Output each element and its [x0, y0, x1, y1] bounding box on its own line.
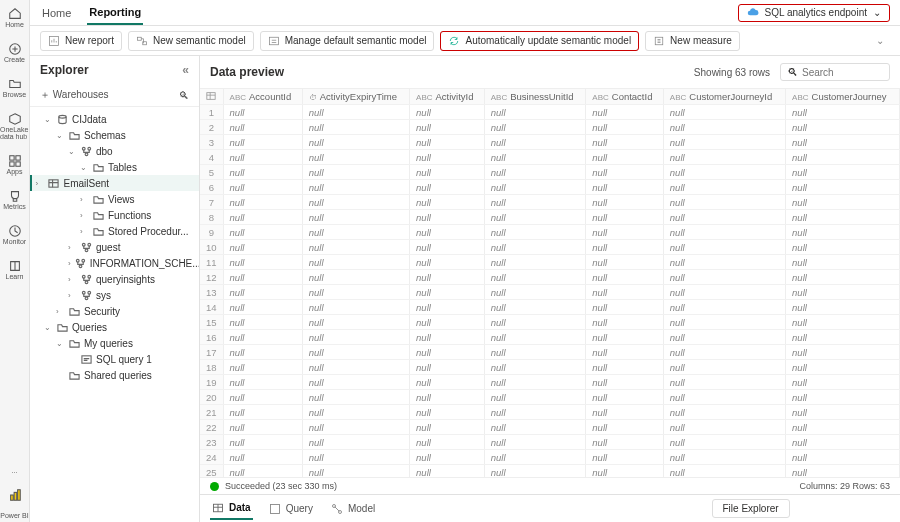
table-row[interactable]: 4nullnullnullnullnullnullnull: [200, 150, 900, 165]
tree-node-queryinsights[interactable]: ›queryinsights: [30, 271, 199, 287]
tree-node-cijdata[interactable]: ⌄CIJdata: [30, 111, 199, 127]
tree-node-emailsent[interactable]: ›EmailSent: [30, 175, 199, 191]
rownum-header[interactable]: [200, 89, 223, 105]
tree-node-functions[interactable]: ›Functions: [30, 207, 199, 223]
new-report-button[interactable]: New report: [40, 31, 122, 51]
table-row[interactable]: 2nullnullnullnullnullnullnull: [200, 120, 900, 135]
svg-rect-6: [10, 495, 13, 500]
table-row[interactable]: 19nullnullnullnullnullnullnull: [200, 375, 900, 390]
rail-more[interactable]: ...: [0, 464, 29, 477]
table-row[interactable]: 5nullnullnullnullnullnullnull: [200, 165, 900, 180]
table-row[interactable]: 15nullnullnullnullnullnullnull: [200, 315, 900, 330]
tree-node-views[interactable]: ›Views: [30, 191, 199, 207]
table-row[interactable]: 10nullnullnullnullnullnullnull: [200, 240, 900, 255]
cell: null: [223, 135, 302, 150]
auto-update-semantic-button[interactable]: Automatically update semantic model: [440, 31, 639, 51]
table-row[interactable]: 7nullnullnullnullnullnullnull: [200, 195, 900, 210]
tree-node-sql-query-1[interactable]: SQL query 1: [30, 351, 199, 367]
view-tab-query[interactable]: Query: [267, 499, 315, 519]
cell: null: [302, 420, 409, 435]
cell: null: [586, 210, 664, 225]
table-row[interactable]: 1nullnullnullnullnullnullnull: [200, 105, 900, 120]
top-tabbar: Home Reporting SQL analytics endpoint ⌄: [30, 0, 900, 26]
cell: null: [786, 210, 900, 225]
cell: null: [302, 435, 409, 450]
col-ContactId[interactable]: ABCContactId: [586, 89, 664, 105]
rail-onelake-data-hub[interactable]: OneLake data hub: [0, 109, 29, 143]
table-row[interactable]: 11nullnullnullnullnullnullnull: [200, 255, 900, 270]
caret-icon: ⌄: [44, 323, 52, 332]
tab-reporting[interactable]: Reporting: [87, 1, 143, 25]
table-row[interactable]: 12nullnullnullnullnullnullnull: [200, 270, 900, 285]
manage-default-semantic-button[interactable]: Manage default semantic model: [260, 31, 435, 51]
table-row[interactable]: 21nullnullnullnullnullnullnull: [200, 405, 900, 420]
rail-learn[interactable]: Learn: [0, 256, 29, 283]
col-BusinessUnitId[interactable]: ABCBusinessUnitId: [484, 89, 586, 105]
search-icon[interactable]: 🔍︎: [179, 90, 189, 101]
tree-label: Functions: [108, 210, 151, 221]
rail-monitor[interactable]: Monitor: [0, 221, 29, 248]
collapse-explorer-icon[interactable]: «: [182, 63, 189, 77]
preview-search[interactable]: 🔍︎: [780, 63, 890, 81]
tree-node-tables[interactable]: ⌄Tables: [30, 159, 199, 175]
caret-icon: ›: [56, 307, 64, 316]
tree-node-sys[interactable]: ›sys: [30, 287, 199, 303]
rail-browse[interactable]: Browse: [0, 74, 29, 101]
new-measure-button[interactable]: New measure: [645, 31, 740, 51]
warehouses-row[interactable]: ＋ Warehouses 🔍︎: [30, 84, 199, 107]
cell: null: [302, 315, 409, 330]
rail-create[interactable]: Create: [0, 39, 29, 66]
view-tab-model[interactable]: Model: [329, 499, 377, 519]
table-row[interactable]: 18nullnullnullnullnullnullnull: [200, 360, 900, 375]
powerbi-brand[interactable]: Power BI: [0, 485, 29, 522]
col-CustomerJourney[interactable]: ABCCustomerJourney: [786, 89, 900, 105]
tree-node-queries[interactable]: ⌄Queries: [30, 319, 199, 335]
table-row[interactable]: 13nullnullnullnullnullnullnull: [200, 285, 900, 300]
cell: null: [484, 360, 586, 375]
cell: null: [663, 360, 785, 375]
rownum-cell: 11: [200, 255, 223, 270]
tree-node-security[interactable]: ›Security: [30, 303, 199, 319]
rownum-cell: 1: [200, 105, 223, 120]
endpoint-selector[interactable]: SQL analytics endpoint ⌄: [738, 4, 890, 22]
toolbar-overflow-chevron[interactable]: ⌄: [876, 35, 890, 46]
table-row[interactable]: 6nullnullnullnullnullnullnull: [200, 180, 900, 195]
rail-metrics[interactable]: Metrics: [0, 186, 29, 213]
data-grid[interactable]: ABCAccountId⏱ActivityExpiryTimeABCActivi…: [200, 88, 900, 478]
table-row[interactable]: 14nullnullnullnullnullnullnull: [200, 300, 900, 315]
tree-node-schemas[interactable]: ⌄Schemas: [30, 127, 199, 143]
file-explorer-button[interactable]: File Explorer: [712, 499, 790, 518]
table-row[interactable]: 25nullnullnullnullnullnullnull: [200, 465, 900, 479]
rail-apps[interactable]: Apps: [0, 151, 29, 178]
table-row[interactable]: 20nullnullnullnullnullnullnull: [200, 390, 900, 405]
left-nav-rail: HomeCreateBrowseOneLake data hubAppsMetr…: [0, 0, 30, 522]
new-semantic-model-button[interactable]: New semantic model: [128, 31, 254, 51]
col-ActivityExpiryTime[interactable]: ⏱ActivityExpiryTime: [302, 89, 409, 105]
tree-node-dbo[interactable]: ⌄dbo: [30, 143, 199, 159]
table-row[interactable]: 9nullnullnullnullnullnullnull: [200, 225, 900, 240]
table-row[interactable]: 8nullnullnullnullnullnullnull: [200, 210, 900, 225]
table-row[interactable]: 22nullnullnullnullnullnullnull: [200, 420, 900, 435]
cell: null: [302, 375, 409, 390]
cell: null: [663, 105, 785, 120]
tree-node-stored-procedur-[interactable]: ›Stored Procedur...: [30, 223, 199, 239]
rail-home[interactable]: Home: [0, 4, 29, 31]
search-input[interactable]: [802, 67, 882, 78]
db-icon: [56, 113, 68, 125]
col-CustomerJourneyId[interactable]: ABCCustomerJourneyId: [663, 89, 785, 105]
view-tab-data[interactable]: Data: [210, 498, 253, 520]
cell: null: [484, 180, 586, 195]
table-row[interactable]: 3nullnullnullnullnullnullnull: [200, 135, 900, 150]
table-row[interactable]: 24nullnullnullnullnullnullnull: [200, 450, 900, 465]
table-row[interactable]: 23nullnullnullnullnullnullnull: [200, 435, 900, 450]
tab-home[interactable]: Home: [40, 2, 73, 24]
tree-node-guest[interactable]: ›guest: [30, 239, 199, 255]
tree-node-shared-queries[interactable]: Shared queries: [30, 367, 199, 383]
caret-icon: ›: [80, 211, 88, 220]
col-ActivityId[interactable]: ABCActivityId: [410, 89, 485, 105]
table-row[interactable]: 16nullnullnullnullnullnullnull: [200, 330, 900, 345]
col-AccountId[interactable]: ABCAccountId: [223, 89, 302, 105]
tree-node-my-queries[interactable]: ⌄My queries: [30, 335, 199, 351]
tree-node-information-sche-[interactable]: ›INFORMATION_SCHE...: [30, 255, 199, 271]
table-row[interactable]: 17nullnullnullnullnullnullnull: [200, 345, 900, 360]
